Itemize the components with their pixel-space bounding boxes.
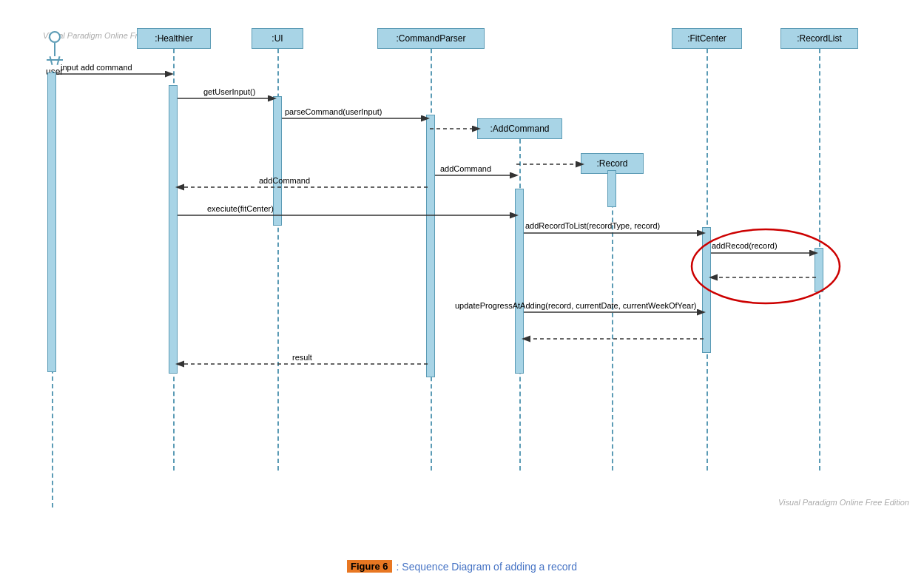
caption-text: : Sequence Diagram of adding a record (397, 561, 577, 573)
caption-area: Figure 6 : Sequence Diagram of adding a … (0, 560, 924, 573)
label-parsecommand: parseCommand(userInput) (285, 107, 382, 116)
lifeline-recordlist: :RecordList (780, 28, 858, 49)
activation-record (607, 170, 616, 207)
activation-healthier (169, 85, 178, 374)
label-input-add: input add command (61, 63, 132, 72)
actor-leg-right (56, 56, 60, 65)
label-updateprogress: updateProgressAtAdding(record, currentDa… (455, 301, 697, 310)
label-getuserinput: getUserInput() (203, 87, 255, 96)
activation-cmdparser (426, 115, 435, 377)
label-result: result (292, 353, 312, 362)
actor-leg-left (49, 56, 53, 65)
lifeline-healthier: :Healthier (137, 28, 211, 49)
label-addrecod: addRecod(record) (712, 241, 778, 250)
lifeline-ui: :UI (252, 28, 303, 49)
diagram-container: Visual Paradigm Online Free Edition user… (0, 0, 924, 540)
label-execiute: execiute(fitCenter) (207, 204, 274, 213)
activation-addcmd (515, 189, 524, 374)
actor-arms (47, 59, 63, 61)
activation-recordlist (815, 248, 823, 292)
activation-user (47, 72, 56, 372)
watermark-bottom-right: Visual Paradigm Online Free Edition (778, 498, 909, 507)
lifeline-fitcenter: :FitCenter (672, 28, 742, 49)
lifeline-record-line (612, 174, 613, 471)
label-addcommand-ret: addCommand (259, 176, 310, 185)
lifeline-addcommand: :AddCommand (477, 118, 562, 139)
activation-fitcenter (702, 227, 711, 353)
actor-head (49, 31, 61, 43)
activation-ui (273, 96, 282, 226)
actor-body (54, 43, 55, 56)
label-addrecordtolist: addRecordToList(recordType, record) (525, 221, 660, 230)
lifeline-cmdparser: :CommandParser (377, 28, 485, 49)
label-addcommand-fwd: addCommand (440, 164, 491, 173)
figure-label: Figure 6 (347, 560, 392, 573)
arrows-svg (0, 0, 924, 540)
